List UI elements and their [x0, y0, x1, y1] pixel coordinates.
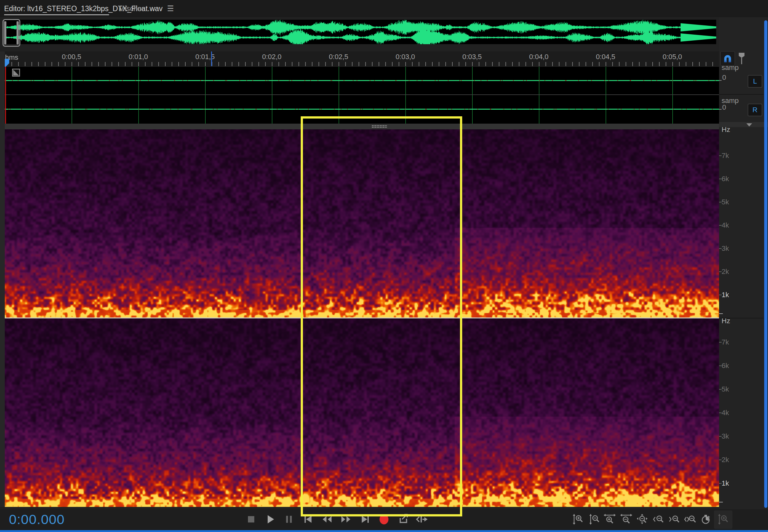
panel-splitter[interactable] [5, 124, 719, 129]
zoom-in-vertical-icon [573, 513, 585, 525]
frequency-tick-label: 1k [722, 291, 729, 299]
ruler-minor-tick [98, 62, 99, 66]
waveform-gridline [272, 67, 272, 124]
marker-pin-button[interactable] [737, 52, 746, 65]
tab-bar: Editor: ltv16_STEREO_13k2bps_DTX_Float.w… [0, 0, 768, 17]
ruler-minor-tick [499, 62, 499, 66]
hamburger-icon[interactable]: ☰ [167, 5, 174, 12]
ruler-minor-tick [586, 62, 586, 66]
ruler-minor-tick [292, 62, 292, 66]
waveform-gridline [472, 67, 473, 124]
ruler-minor-tick [646, 62, 646, 66]
ruler-minor-tick [659, 62, 660, 66]
zoom-in-horizontal-button[interactable] [603, 512, 617, 526]
fast-forward-button[interactable] [339, 512, 353, 526]
rewind-icon [321, 513, 333, 526]
ruler-tick-label: 0:00,5 [62, 53, 81, 61]
waveform-gridline [405, 67, 406, 124]
skip-to-end-button[interactable] [358, 512, 372, 526]
rewind-button[interactable] [320, 512, 334, 526]
zoom-vertical-disabled-button[interactable] [716, 512, 730, 526]
ruler-minor-tick [599, 62, 600, 66]
zoom-in-in-point-button[interactable] [651, 512, 665, 526]
ruler-minor-tick [305, 62, 306, 66]
zoom-vertical-disabled-icon [717, 513, 729, 525]
ruler-minor-tick [479, 62, 479, 66]
ruler-minor-tick [105, 62, 106, 66]
zoom-in-out-point-button[interactable] [667, 512, 681, 526]
ruler-minor-tick [512, 62, 513, 66]
channel-options-icon[interactable] [12, 68, 20, 77]
play-button[interactable] [263, 512, 277, 526]
frequency-tick-label: 3k [722, 244, 729, 253]
ruler-minor-tick [652, 62, 653, 66]
playhead-line[interactable] [5, 67, 6, 124]
ruler-minor-tick [365, 62, 366, 66]
channel-badge-left[interactable]: L [748, 75, 762, 88]
skip-to-start-button[interactable] [301, 512, 315, 526]
channel-badge-right[interactable]: R [748, 104, 762, 116]
timeline-ruler[interactable]: hms 0:00,50:01,00:01,50:02,00:02,50:03,0… [0, 51, 719, 66]
secondary-time-indicator [211, 51, 212, 66]
right-scale-column[interactable]: samp 0 L samp 0 R Hz7k6k5k4k3k2k1k Hz7k6… [719, 17, 768, 509]
fast-forward-icon [339, 513, 352, 526]
tab-mischer[interactable]: Mischer [119, 0, 144, 17]
ruler-minor-tick [325, 62, 326, 66]
overview-strip[interactable] [5, 20, 716, 44]
scale-collapse-icon[interactable] [746, 123, 752, 126]
zoom-out-vertical-button[interactable] [588, 512, 602, 526]
waveform-editor[interactable]: +0 dB [5, 67, 719, 124]
ruler-minor-tick [165, 62, 166, 66]
zoom-out-horizontal-icon [620, 513, 632, 525]
record-button[interactable] [377, 512, 391, 526]
ruler-minor-tick [238, 62, 239, 66]
ruler-minor-tick [445, 62, 446, 66]
ruler-minor-tick [205, 62, 206, 66]
waveform-gridline [539, 67, 539, 124]
ruler-minor-tick [125, 62, 126, 66]
loop-playback-button[interactable] [396, 512, 410, 526]
skip-selection-button[interactable] [415, 512, 429, 526]
snap-toggle-button[interactable] [720, 51, 735, 66]
ruler-minor-tick [11, 62, 12, 66]
ruler-minor-tick [152, 62, 152, 66]
zoom-in-vertical-button[interactable] [572, 512, 586, 526]
ruler-minor-tick [332, 62, 333, 66]
ruler-minor-tick [265, 62, 266, 66]
ruler-minor-tick [245, 62, 246, 66]
vertical-scrollbar[interactable] [764, 20, 767, 508]
zoom-in-horizontal-icon [604, 513, 616, 525]
zoom-reset-button[interactable] [635, 512, 649, 526]
splitter-grip-icon[interactable] [372, 125, 387, 128]
ruler-minor-tick [192, 62, 192, 66]
zoom-reset-icon [636, 513, 648, 525]
frequency-tick-label: 4k [722, 221, 729, 229]
ruler-minor-tick [666, 62, 666, 66]
ruler-minor-tick [352, 62, 353, 66]
timer-icon [700, 513, 712, 525]
ruler-minor-tick [419, 62, 419, 66]
centerline-right-speckles [5, 109, 719, 110]
ruler-minor-tick [172, 62, 172, 66]
pause-button[interactable] [282, 512, 296, 526]
time-display[interactable]: 0:00.000 [9, 512, 65, 527]
ruler-minor-tick [25, 62, 25, 66]
overview-range-handle[interactable] [3, 19, 20, 47]
ruler-minor-tick [465, 62, 466, 66]
zoom-out-horizontal-button[interactable] [619, 512, 633, 526]
amplitude-value-right: 0 [722, 103, 726, 112]
zoom-to-selection-button[interactable] [683, 512, 697, 526]
ruler-minor-tick [132, 62, 132, 66]
frequency-unit-label: Hz [722, 126, 730, 134]
tab-mischer-label: Mischer [119, 4, 144, 13]
ruler-minor-tick [626, 62, 626, 66]
ruler-minor-tick [138, 62, 139, 66]
timer-button[interactable] [699, 512, 713, 526]
waveform-channel-divider [5, 94, 719, 95]
stop-button[interactable] [244, 512, 258, 526]
ruler-minor-tick [72, 62, 72, 66]
record-icon [378, 513, 390, 526]
centerline-left-speckles [5, 80, 719, 81]
ruler-minor-tick [51, 62, 52, 66]
spectrogram-channel-divider [5, 317, 719, 318]
